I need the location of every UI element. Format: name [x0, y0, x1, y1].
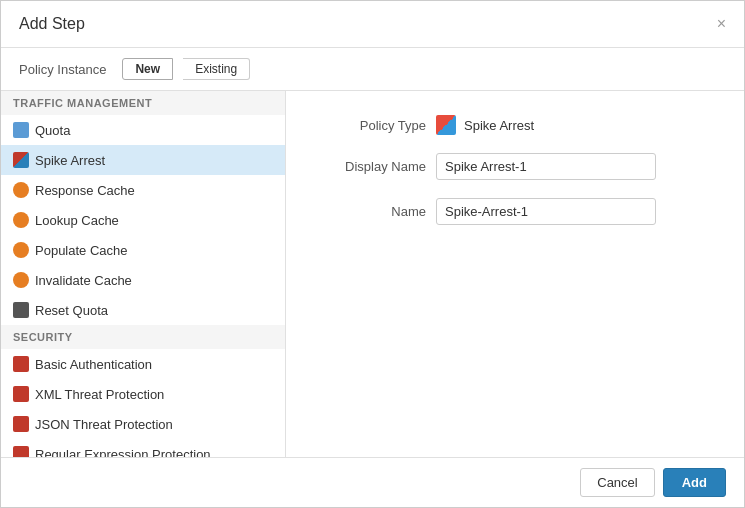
tab-existing[interactable]: Existing [183, 58, 250, 80]
sidebar-item-reset-quota-label: Reset Quota [35, 303, 108, 318]
quota-icon [13, 122, 29, 138]
main-content: Policy Type Spike Arrest Display Name Na… [286, 91, 744, 457]
policy-type-text: Spike Arrest [464, 118, 534, 133]
policy-type-row: Policy Type Spike Arrest [316, 115, 714, 135]
sidebar-item-json-threat[interactable]: JSON Threat Protection [1, 409, 285, 439]
basic-auth-icon [13, 356, 29, 372]
policy-instance-label: Policy Instance [19, 62, 106, 77]
reset-quota-icon [13, 302, 29, 318]
sidebar-item-quota-label: Quota [35, 123, 70, 138]
sidebar-item-basic-auth-label: Basic Authentication [35, 357, 152, 372]
populate-cache-icon [13, 242, 29, 258]
sidebar-item-spike-arrest-label: Spike Arrest [35, 153, 105, 168]
policy-type-value: Spike Arrest [436, 115, 534, 135]
sidebar-item-invalidate-cache-label: Invalidate Cache [35, 273, 132, 288]
sidebar-item-response-cache-label: Response Cache [35, 183, 135, 198]
name-label: Name [316, 204, 426, 219]
close-button[interactable]: × [717, 16, 726, 32]
sidebar-item-regex-protection[interactable]: Regular Expression Protection [1, 439, 285, 457]
sidebar-item-spike-arrest[interactable]: Spike Arrest [1, 145, 285, 175]
sidebar-item-invalidate-cache[interactable]: Invalidate Cache [1, 265, 285, 295]
sidebar-section-security: SECURITY [1, 325, 285, 349]
policy-type-label: Policy Type [316, 118, 426, 133]
name-row: Name [316, 198, 714, 225]
add-button[interactable]: Add [663, 468, 726, 497]
json-threat-icon [13, 416, 29, 432]
sidebar-item-reset-quota[interactable]: Reset Quota [1, 295, 285, 325]
display-name-row: Display Name [316, 153, 714, 180]
sidebar-item-lookup-cache[interactable]: Lookup Cache [1, 205, 285, 235]
dialog-header: Add Step × [1, 1, 744, 48]
dialog-footer: Cancel Add [1, 457, 744, 507]
policy-instance-row: Policy Instance New Existing [1, 48, 744, 91]
sidebar-item-xml-threat-label: XML Threat Protection [35, 387, 164, 402]
sidebar: TRAFFIC MANAGEMENT Quota Spike Arrest Re… [1, 91, 286, 457]
sidebar-section-traffic: TRAFFIC MANAGEMENT [1, 91, 285, 115]
display-name-input[interactable] [436, 153, 656, 180]
spike-arrest-icon [13, 152, 29, 168]
sidebar-item-basic-auth[interactable]: Basic Authentication [1, 349, 285, 379]
sidebar-item-lookup-cache-label: Lookup Cache [35, 213, 119, 228]
policy-type-icon [436, 115, 456, 135]
regex-protection-icon [13, 446, 29, 457]
sidebar-item-json-threat-label: JSON Threat Protection [35, 417, 173, 432]
dialog-body: TRAFFIC MANAGEMENT Quota Spike Arrest Re… [1, 91, 744, 457]
sidebar-item-xml-threat[interactable]: XML Threat Protection [1, 379, 285, 409]
tab-new[interactable]: New [122, 58, 173, 80]
dialog-title: Add Step [19, 15, 85, 33]
sidebar-item-populate-cache-label: Populate Cache [35, 243, 128, 258]
add-step-dialog: Add Step × Policy Instance New Existing … [0, 0, 745, 508]
xml-threat-icon [13, 386, 29, 402]
sidebar-item-response-cache[interactable]: Response Cache [1, 175, 285, 205]
sidebar-item-quota[interactable]: Quota [1, 115, 285, 145]
response-cache-icon [13, 182, 29, 198]
lookup-cache-icon [13, 212, 29, 228]
name-input[interactable] [436, 198, 656, 225]
display-name-label: Display Name [316, 159, 426, 174]
sidebar-item-regex-protection-label: Regular Expression Protection [35, 447, 211, 458]
cancel-button[interactable]: Cancel [580, 468, 654, 497]
sidebar-item-populate-cache[interactable]: Populate Cache [1, 235, 285, 265]
invalidate-cache-icon [13, 272, 29, 288]
